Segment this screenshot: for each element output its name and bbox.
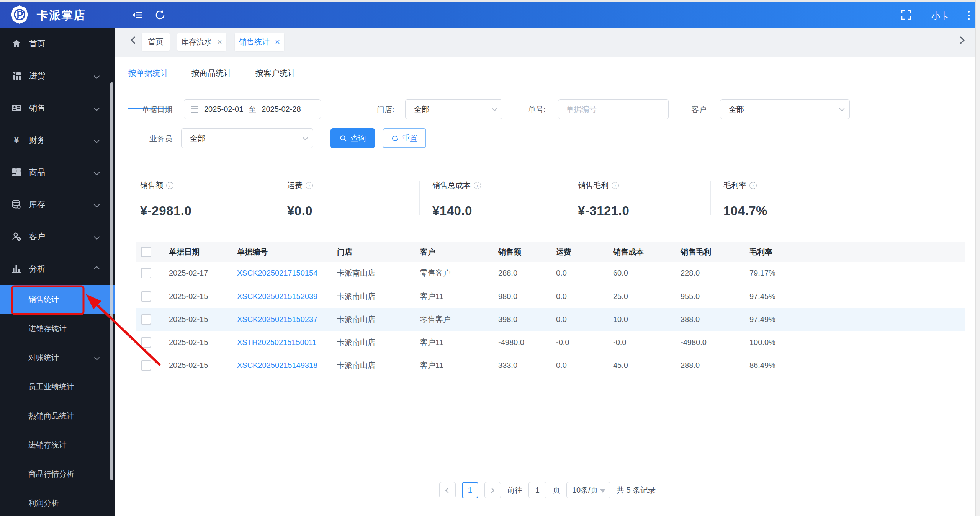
chevron-down-icon bbox=[94, 137, 100, 143]
order-no-link[interactable]: XSCK20250215150237 bbox=[237, 315, 317, 323]
tab-by-goods[interactable]: 按商品统计 bbox=[191, 68, 232, 78]
refresh-icon[interactable] bbox=[155, 10, 165, 20]
stat-gross-profit: 销售毛利i ¥-3121.0 bbox=[578, 180, 716, 218]
tab-by-order[interactable]: 按单据统计 bbox=[128, 68, 169, 78]
stat-profit-margin: 毛利率i 104.7% bbox=[723, 180, 861, 218]
customer-select[interactable]: 全部 bbox=[720, 99, 850, 119]
page-tab-sales-statistics[interactable]: 销售统计 × bbox=[235, 33, 284, 51]
close-icon[interactable]: × bbox=[275, 38, 280, 46]
sidebar-item-label: 销售 bbox=[29, 103, 45, 113]
chevron-down-icon bbox=[303, 135, 308, 140]
chevron-up-icon bbox=[94, 266, 100, 272]
cell-amount: 288.0 bbox=[498, 262, 556, 285]
menu-fold-icon[interactable] bbox=[132, 10, 143, 20]
current-page-button[interactable]: 1 bbox=[462, 482, 478, 498]
table-row: 2025-02-17 XSCK20250217150154 卡派南山店 零售客户… bbox=[136, 262, 965, 285]
info-icon[interactable]: i bbox=[166, 182, 173, 189]
date-to-label: 至 bbox=[249, 104, 256, 114]
cell-store: 卡派南山店 bbox=[337, 331, 420, 354]
browser-scrollbar[interactable] bbox=[975, 0, 980, 516]
store-select[interactable]: 全部 bbox=[405, 99, 502, 119]
cell-date: 2025-02-15 bbox=[169, 331, 237, 354]
close-icon[interactable]: × bbox=[217, 38, 222, 46]
date-range-picker[interactable]: 2025-02-01 至 2025-02-28 bbox=[184, 99, 321, 119]
cell-date: 2025-02-15 bbox=[169, 308, 237, 331]
order-no-link[interactable]: XSCK20250215152039 bbox=[237, 292, 317, 300]
chevron-down-icon bbox=[94, 355, 100, 360]
calendar-icon bbox=[190, 105, 199, 113]
caret-down-icon bbox=[600, 489, 605, 493]
order-no-input[interactable] bbox=[558, 100, 668, 119]
cell-customer: 零售客户 bbox=[420, 262, 498, 285]
sidebar-item-finance[interactable]: ¥ 财务 bbox=[0, 124, 115, 156]
sidebar-subitem-psi-statistics[interactable]: 进销存统计 bbox=[0, 314, 115, 343]
cell-freight: 0.0 bbox=[556, 354, 613, 377]
info-icon[interactable]: i bbox=[749, 182, 757, 189]
info-icon[interactable]: i bbox=[306, 182, 313, 189]
sidebar-item-analysis[interactable]: 分析 bbox=[0, 253, 115, 285]
inventory-database-icon bbox=[11, 199, 21, 209]
cell-cost: -0.0 bbox=[613, 331, 681, 354]
sidebar-subitem-employee-performance[interactable]: 员工业绩统计 bbox=[0, 372, 115, 401]
sidebar-item-label: 客户 bbox=[29, 231, 45, 242]
search-button[interactable]: 查询 bbox=[330, 128, 375, 148]
reset-button[interactable]: 重置 bbox=[383, 128, 426, 148]
info-icon[interactable]: i bbox=[612, 182, 619, 189]
order-no-link[interactable]: XSTH20250215150011 bbox=[237, 338, 317, 346]
tabs-scroll-left-icon[interactable] bbox=[131, 36, 138, 44]
page-tab-stock-flow[interactable]: 库存流水 × bbox=[177, 33, 226, 51]
sidebar-subitem-sales-statistics[interactable]: 销售统计 bbox=[0, 285, 115, 314]
goods-icon bbox=[11, 167, 21, 177]
row-checkbox[interactable] bbox=[141, 360, 151, 371]
user-name[interactable]: 小卡 bbox=[931, 10, 949, 22]
sidebar-item-inventory[interactable]: 库存 bbox=[0, 188, 115, 220]
page-size-select[interactable]: 10条/页 bbox=[566, 482, 610, 498]
order-no-link[interactable]: XSCK20250217150154 bbox=[237, 269, 317, 277]
pager-divider bbox=[128, 474, 965, 474]
customer-label: 客户 bbox=[691, 105, 707, 115]
page-tab-home[interactable]: 首页 bbox=[142, 33, 170, 51]
sidebar-item-sales[interactable]: 销售 bbox=[0, 92, 115, 124]
sidebar-item-home[interactable]: 首页 bbox=[0, 28, 115, 60]
sidebar-scrollbar[interactable] bbox=[110, 82, 113, 480]
prev-page-button[interactable] bbox=[439, 482, 456, 498]
sidebar-item-label: 首页 bbox=[29, 38, 45, 49]
stat-sales-amount: 销售额i ¥-2981.0 bbox=[140, 180, 278, 218]
sidebar-subitem-label: 利润分析 bbox=[28, 498, 59, 508]
row-checkbox[interactable] bbox=[141, 268, 151, 278]
select-all-checkbox[interactable] bbox=[141, 247, 151, 257]
page-tabstrip: 首页 库存流水 × 销售统计 × bbox=[115, 28, 980, 57]
cell-customer: 客户11 bbox=[420, 331, 498, 354]
row-checkbox[interactable] bbox=[141, 314, 151, 325]
info-icon[interactable]: i bbox=[474, 182, 481, 189]
chevron-down-icon bbox=[94, 73, 100, 79]
row-checkbox[interactable] bbox=[141, 337, 151, 348]
sidebar-subitem-psi-statistics-2[interactable]: 进销存统计 bbox=[0, 430, 115, 459]
row-checkbox[interactable] bbox=[141, 291, 151, 302]
sidebar-subitem-profit-analysis[interactable]: 利润分析 bbox=[0, 488, 115, 516]
order-no-link[interactable]: XSCK20250215149318 bbox=[237, 361, 317, 369]
cell-date: 2025-02-15 bbox=[169, 285, 237, 308]
sidebar-item-label: 进货 bbox=[29, 70, 45, 81]
sidebar-subitem-hot-goods[interactable]: 热销商品统计 bbox=[0, 401, 115, 430]
kebab-menu-icon[interactable] bbox=[967, 10, 970, 21]
sales-statistics-table: 单据日期 单据编号 门店 客户 销售额 运费 销售成本 销售毛利 毛利率 20 bbox=[136, 242, 965, 377]
stat-divider bbox=[419, 181, 420, 215]
cell-cost: 25.0 bbox=[613, 285, 681, 308]
table-row: 2025-02-15 XSTH20250215150011 卡派南山店 客户11… bbox=[136, 331, 965, 354]
date-end-value: 2025-02-28 bbox=[262, 105, 301, 114]
stat-label: 销售总成本 bbox=[432, 180, 471, 191]
goto-page-input[interactable] bbox=[528, 482, 546, 498]
fullscreen-icon[interactable] bbox=[901, 10, 911, 20]
order-no-label: 单号: bbox=[528, 105, 546, 115]
sidebar-subitem-reconciliation[interactable]: 对账统计 bbox=[0, 343, 115, 372]
cell-amount: 333.0 bbox=[498, 354, 556, 377]
salesman-select[interactable]: 全部 bbox=[181, 128, 313, 148]
sidebar-subitem-goods-market-analysis[interactable]: 商品行情分析 bbox=[0, 459, 115, 488]
sidebar-item-goods[interactable]: 商品 bbox=[0, 156, 115, 188]
sidebar-item-purchase[interactable]: 进货 bbox=[0, 60, 115, 92]
tabs-scroll-right-icon[interactable] bbox=[957, 36, 965, 44]
next-page-button[interactable] bbox=[484, 482, 501, 498]
tab-by-customer[interactable]: 按客户统计 bbox=[255, 68, 296, 78]
sidebar-item-customer[interactable]: 客户 bbox=[0, 220, 115, 253]
